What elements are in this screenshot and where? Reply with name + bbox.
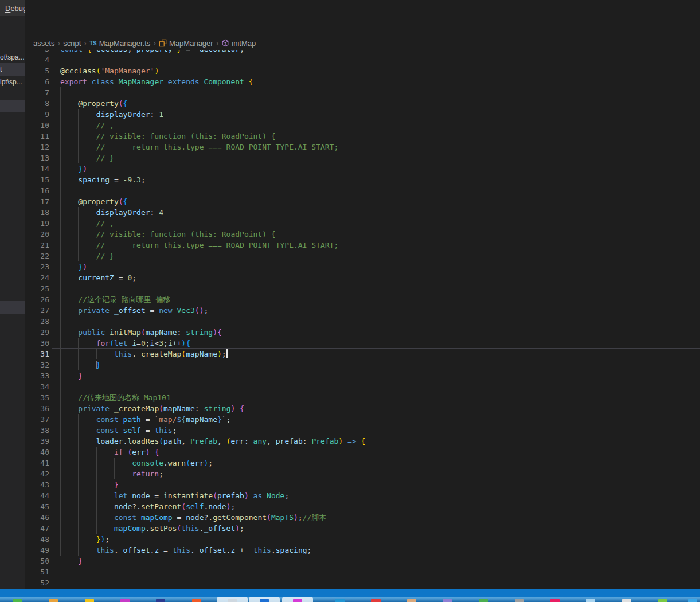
code-line-text[interactable]: } xyxy=(60,370,83,381)
code-line-text[interactable]: currentZ = 0; xyxy=(60,272,136,283)
code-line[interactable]: 29 public initMap(mapName: string){ xyxy=(25,327,700,338)
code-line[interactable]: 47 mapComp.setPos(this._offset); xyxy=(25,523,700,534)
taskbar-icon[interactable] xyxy=(192,599,201,602)
code-line-text[interactable]: // return this.type === ROAD_POINT_TYPE.… xyxy=(60,142,338,153)
code-line-text[interactable]: public initMap(mapName: string){ xyxy=(60,327,222,338)
code-line[interactable]: 7 xyxy=(25,87,700,98)
code-line[interactable]: 38 const self = this; xyxy=(25,425,700,436)
taskbar-icon[interactable] xyxy=(85,599,94,602)
code-line-text[interactable]: // visible: function (this: RoadPoint) { xyxy=(60,131,276,142)
line-number[interactable]: 41 xyxy=(25,458,50,468)
code-line[interactable]: 10 // , xyxy=(25,120,700,131)
code-line[interactable]: 12 // return this.type === ROAD_POINT_TY… xyxy=(25,142,700,153)
line-number[interactable]: 14 xyxy=(25,163,50,174)
code-line[interactable]: 41 console.warn(err); xyxy=(25,458,700,468)
code-line-text[interactable]: displayOrder: 4 xyxy=(60,207,163,218)
code-line-text[interactable]: loader.loadRes(path, Prefab, (err: any, … xyxy=(60,436,365,447)
code-line-text[interactable]: //这个记录 路向哪里 偏移 xyxy=(60,294,171,305)
line-number[interactable]: 47 xyxy=(25,523,50,534)
code-line[interactable]: 16 xyxy=(25,185,700,196)
code-line[interactable]: 40 if (err) { xyxy=(25,447,700,458)
code-line[interactable]: 24 currentZ = 0; xyxy=(25,272,700,283)
code-line-text[interactable]: for(let i=0;i<3;i++){ xyxy=(60,338,190,349)
line-number[interactable]: 15 xyxy=(25,174,50,185)
taskbar-icon[interactable] xyxy=(515,599,524,602)
code-line[interactable]: 11 // visible: function (this: RoadPoint… xyxy=(25,131,700,142)
code-line[interactable]: 35 //传来地图的名称 Map101 xyxy=(25,392,700,403)
line-number[interactable]: 34 xyxy=(25,381,50,392)
code-line[interactable]: 31 this._createMap(mapName); xyxy=(25,349,700,359)
line-number[interactable]: 44 xyxy=(25,490,50,501)
line-number[interactable]: 11 xyxy=(25,131,50,142)
line-number[interactable]: 16 xyxy=(25,185,50,196)
code-line[interactable]: 46 const mapComp = node?.getComponent(Ma… xyxy=(25,512,700,523)
code-line[interactable]: 48 }); xyxy=(25,534,700,545)
taskbar-button[interactable] xyxy=(217,597,248,602)
line-number[interactable]: 6 xyxy=(25,76,50,87)
code-line-text[interactable]: } xyxy=(60,556,83,566)
line-number[interactable]: 29 xyxy=(25,327,50,338)
code-line-text[interactable]: if (err) { xyxy=(60,447,159,458)
line-number[interactable]: 27 xyxy=(25,305,50,316)
line-number[interactable]: 33 xyxy=(25,370,50,381)
code-line[interactable]: 34 xyxy=(25,381,700,392)
taskbar-icon[interactable] xyxy=(688,599,697,602)
line-number[interactable]: 10 xyxy=(25,120,50,131)
sidebar-item[interactable]: ipt\sp... xyxy=(0,76,25,88)
line-number[interactable]: 43 xyxy=(25,479,50,490)
code-line-text[interactable]: // return this.type === ROAD_POINT_TYPE.… xyxy=(60,240,338,251)
line-number[interactable]: 37 xyxy=(25,414,50,425)
line-number[interactable]: 38 xyxy=(25,425,50,436)
line-number[interactable]: 50 xyxy=(25,556,50,566)
line-number[interactable]: 8 xyxy=(25,98,50,109)
breadcrumb-item-mapmanager[interactable]: MapManager xyxy=(159,39,213,48)
line-number[interactable]: 46 xyxy=(25,512,50,523)
code-line[interactable]: 27 private _offset = new Vec3(); xyxy=(25,305,700,316)
line-number[interactable]: 49 xyxy=(25,545,50,556)
code-line[interactable]: 19 // , xyxy=(25,218,700,229)
code-line-text[interactable]: return; xyxy=(60,468,163,479)
line-number[interactable]: 45 xyxy=(25,501,50,512)
taskbar-icon[interactable] xyxy=(658,599,667,602)
code-line[interactable]: 45 node?.setParent(self.node); xyxy=(25,501,700,512)
code-line-text[interactable]: this._createMap(mapName); xyxy=(60,349,228,359)
breadcrumb-item-initmap[interactable]: initMap xyxy=(221,39,256,48)
line-number[interactable]: 20 xyxy=(25,229,50,240)
code-line-text[interactable]: } xyxy=(60,479,119,490)
line-number[interactable]: 48 xyxy=(25,534,50,545)
code-line-text[interactable]: private _createMap(mapName: string) { xyxy=(60,403,244,414)
code-line-text[interactable]: displayOrder: 1 xyxy=(60,109,163,120)
code-line[interactable]: 33 } xyxy=(25,370,700,381)
line-number[interactable]: 25 xyxy=(25,283,50,294)
sidebar-item[interactable] xyxy=(0,301,25,314)
code-line-text[interactable]: @property({ xyxy=(60,196,127,207)
taskbar-icon[interactable] xyxy=(120,599,130,602)
code-line-text[interactable]: // } xyxy=(60,251,114,261)
code-line[interactable]: 30 for(let i=0;i<3;i++){ xyxy=(25,338,700,349)
code-line[interactable]: 37 const path = `map/${mapName}`; xyxy=(25,414,700,425)
line-number[interactable]: 39 xyxy=(25,436,50,447)
line-number[interactable]: 52 xyxy=(25,577,50,588)
code-line-text[interactable]: const path = `map/${mapName}`; xyxy=(60,414,230,425)
code-line[interactable]: 23 }) xyxy=(25,261,700,272)
taskbar-icon[interactable] xyxy=(407,599,416,602)
code-line-text[interactable]: @property({ xyxy=(60,98,127,109)
taskbar-icon[interactable] xyxy=(371,599,381,602)
code-line[interactable]: 17 @property({ xyxy=(25,196,700,207)
code-line-text[interactable]: // , xyxy=(60,218,114,229)
code-line-text[interactable]: node?.setParent(self.node); xyxy=(60,501,235,512)
breadcrumb-item-assets[interactable]: assets xyxy=(33,39,55,48)
code-line[interactable]: 26 //这个记录 路向哪里 偏移 xyxy=(25,294,700,305)
code-line[interactable]: 32 } xyxy=(25,359,700,370)
code-line[interactable]: 14 }) xyxy=(25,163,700,174)
code-line[interactable]: 21 // return this.type === ROAD_POINT_TY… xyxy=(25,240,700,251)
taskbar-button[interactable] xyxy=(249,597,280,602)
code-line-text[interactable]: // } xyxy=(60,153,114,163)
line-number[interactable]: 23 xyxy=(25,261,50,272)
breadcrumb-item-script[interactable]: script xyxy=(63,39,81,48)
taskbar-icon[interactable] xyxy=(550,599,560,602)
code-line-text[interactable]: this._offset.z = this._offset.z + this.s… xyxy=(60,545,311,556)
code-line-text[interactable]: let node = instantiate(prefab) as Node; xyxy=(60,490,289,501)
code-line-text[interactable]: } xyxy=(60,359,100,370)
code-line[interactable]: 5@ccclass('MapManager') xyxy=(25,65,700,76)
